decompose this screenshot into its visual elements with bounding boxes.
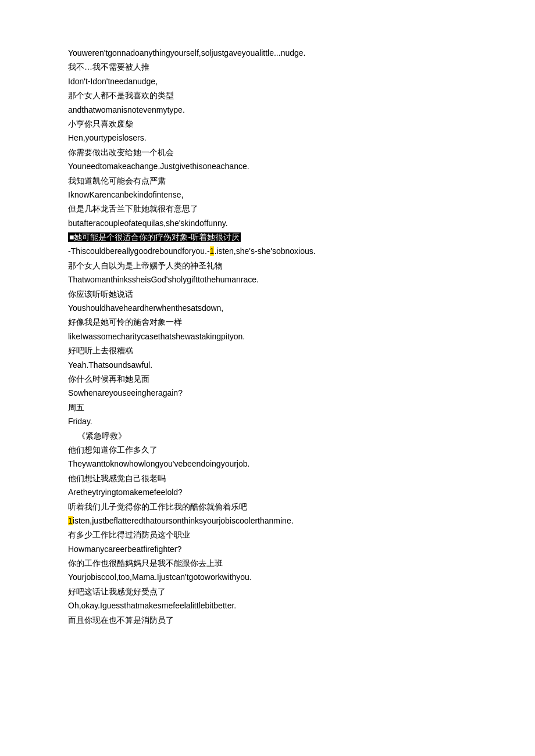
line-11: IknowKarencanbekindofintense, xyxy=(68,188,467,201)
line-21: likeIwassomecharitycasethatshewastakingp… xyxy=(68,330,467,343)
line-6: 小亨你只喜欢废柴 xyxy=(68,117,467,130)
line-10: 我知道凯伦可能会有点严肃 xyxy=(68,174,467,187)
line-4: 那个女人都不是我喜欢的类型 xyxy=(68,89,467,102)
line-33: 听着我们儿子觉得你的工作比我的酷你就偷着乐吧 xyxy=(68,500,467,513)
line-7: Hen,yourtypeislosers. xyxy=(68,131,467,144)
line-24: 你什么时候再和她见面 xyxy=(68,372,467,385)
line-39: 好吧这话让我感觉好受点了 xyxy=(68,585,467,598)
yellow-highlight-2: 1 xyxy=(68,516,73,525)
line-18: 你应该听听她说话 xyxy=(68,288,467,300)
line-20: 好像我是她可怜的施舍对象一样 xyxy=(68,316,467,328)
line-16: 那个女人自以为是上帝赐予人类的神圣礼物 xyxy=(68,259,467,272)
line-17: ThatwomanthinkssheisGod'sholygifttothehu… xyxy=(68,273,467,286)
line-30: Theywanttoknowhowlongyou'vebeendoingyour… xyxy=(68,457,467,470)
black-highlight-text: ■她可能是个很适合你的疗伤对象-听着她很讨厌 xyxy=(68,232,241,242)
line-25: Sowhenareyouseeingheragain? xyxy=(68,386,467,399)
yellow-highlight-1: 1 xyxy=(210,246,215,256)
line-41: 而且你现在也不算是消防员了 xyxy=(68,614,467,626)
line-40: Oh,okay.Iguessthatmakesmefeelalittlebitb… xyxy=(68,599,467,612)
line-38: Yourjobiscool,too,Mama.Ijustcan'tgotowor… xyxy=(68,571,467,583)
line-29: 他们想知道你工作多久了 xyxy=(68,443,467,456)
line-26: 周五 xyxy=(68,401,467,414)
line-37: 你的工作也很酷妈妈只是我不能跟你去上班 xyxy=(68,557,467,569)
line-34: 1isten,justbeflatteredthatoursonthinksyo… xyxy=(68,514,467,527)
line-22: 好吧听上去很糟糕 xyxy=(68,344,467,357)
line-28-title: 《紧急呼救》 xyxy=(68,429,467,442)
line-3: Idon't-Idon'tneedanudge, xyxy=(68,75,467,88)
line-5: andthatwomanisnotevenmytype. xyxy=(68,103,467,116)
line-31: 他们想让我感觉自己很老吗 xyxy=(68,472,467,485)
line-9: Youneedtomakeachange.Justgivethisoneacha… xyxy=(68,160,467,173)
line-36: Howmanycareerbeatfirefighter? xyxy=(68,543,467,556)
line-15: -Thiscouldbereallygoodreboundforyou.-1.i… xyxy=(68,245,467,257)
line-23: Yeah.Thatsoundsawful. xyxy=(68,359,467,371)
line-2: 我不…我不需要被人推 xyxy=(68,60,467,73)
line-12: 但是几杯龙舌兰下肚她就很有意思了 xyxy=(68,202,467,215)
line-1: Youweren'tgonnadoanythingyourself,soljus… xyxy=(68,46,467,59)
line-27: Friday. xyxy=(68,415,467,428)
line-35: 有多少工作比得过消防员这个职业 xyxy=(68,528,467,541)
line-32: Aretheytryingtomakemefeelold? xyxy=(68,486,467,499)
line-19: Youshouldhaveheardherwhenthesatsdown, xyxy=(68,302,467,314)
line-8: 你需要做出改变给她一个机会 xyxy=(68,146,467,159)
main-content: Youweren'tgonnadoanythingyourself,soljus… xyxy=(68,46,467,626)
line-13: butafteracoupleofatequilas,she'skindoffu… xyxy=(68,217,467,230)
line-14: ■她可能是个很适合你的疗伤对象-听着她很讨厌 xyxy=(68,231,467,243)
